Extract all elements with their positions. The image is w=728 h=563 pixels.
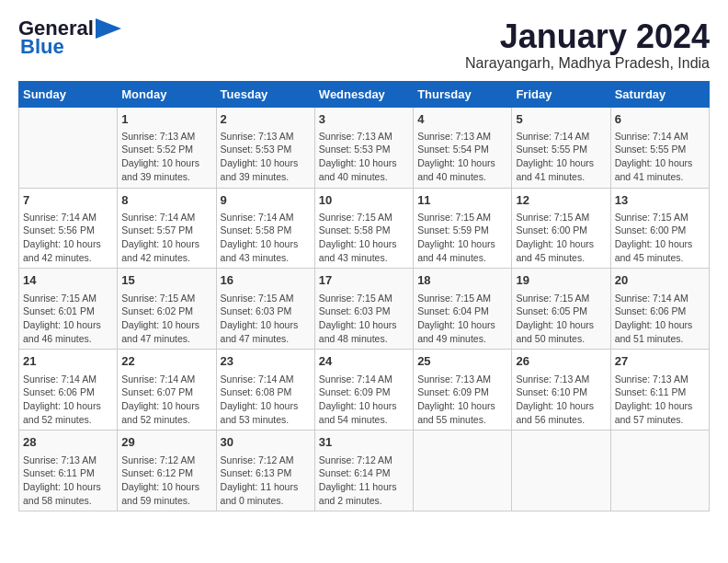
day-number: 12 bbox=[516, 192, 606, 209]
calendar-cell: 2Sunrise: 7:13 AM Sunset: 5:53 PM Daylig… bbox=[216, 107, 314, 188]
day-number: 8 bbox=[121, 192, 211, 209]
calendar-cell: 6Sunrise: 7:14 AM Sunset: 5:55 PM Daylig… bbox=[610, 107, 709, 188]
day-number: 4 bbox=[417, 111, 507, 128]
day-info: Sunrise: 7:15 AM Sunset: 6:01 PM Dayligh… bbox=[23, 292, 113, 346]
day-number: 25 bbox=[417, 353, 507, 370]
day-info: Sunrise: 7:14 AM Sunset: 6:06 PM Dayligh… bbox=[23, 373, 113, 427]
day-info: Sunrise: 7:12 AM Sunset: 6:14 PM Dayligh… bbox=[319, 454, 409, 508]
calendar-cell: 15Sunrise: 7:15 AM Sunset: 6:02 PM Dayli… bbox=[118, 269, 216, 350]
day-info: Sunrise: 7:14 AM Sunset: 5:58 PM Dayligh… bbox=[221, 211, 311, 265]
day-number: 31 bbox=[319, 434, 409, 451]
day-number: 16 bbox=[221, 272, 311, 289]
calendar-cell bbox=[610, 431, 709, 511]
day-number: 21 bbox=[23, 353, 113, 370]
day-info: Sunrise: 7:15 AM Sunset: 6:05 PM Dayligh… bbox=[516, 292, 606, 346]
day-info: Sunrise: 7:14 AM Sunset: 6:06 PM Dayligh… bbox=[615, 292, 705, 346]
calendar-cell: 10Sunrise: 7:15 AM Sunset: 5:58 PM Dayli… bbox=[314, 188, 413, 269]
day-info: Sunrise: 7:15 AM Sunset: 5:58 PM Dayligh… bbox=[319, 211, 409, 265]
calendar-cell: 20Sunrise: 7:14 AM Sunset: 6:06 PM Dayli… bbox=[610, 269, 709, 350]
day-info: Sunrise: 7:13 AM Sunset: 5:52 PM Dayligh… bbox=[121, 130, 211, 184]
logo: General Blue bbox=[18, 18, 121, 57]
day-info: Sunrise: 7:15 AM Sunset: 6:03 PM Dayligh… bbox=[319, 292, 409, 346]
day-number: 20 bbox=[615, 272, 705, 289]
day-info: Sunrise: 7:13 AM Sunset: 6:09 PM Dayligh… bbox=[417, 373, 507, 427]
day-info: Sunrise: 7:15 AM Sunset: 5:59 PM Dayligh… bbox=[417, 211, 507, 265]
calendar-cell bbox=[512, 431, 610, 511]
calendar-cell: 21Sunrise: 7:14 AM Sunset: 6:06 PM Dayli… bbox=[19, 350, 118, 431]
day-info: Sunrise: 7:15 AM Sunset: 6:03 PM Dayligh… bbox=[221, 292, 311, 346]
day-info: Sunrise: 7:12 AM Sunset: 6:12 PM Dayligh… bbox=[121, 454, 211, 508]
day-info: Sunrise: 7:13 AM Sunset: 5:53 PM Dayligh… bbox=[221, 130, 311, 184]
calendar-cell: 9Sunrise: 7:14 AM Sunset: 5:58 PM Daylig… bbox=[216, 188, 314, 269]
day-info: Sunrise: 7:14 AM Sunset: 6:08 PM Dayligh… bbox=[221, 373, 311, 427]
title-section: January 2024 Narayangarh, Madhya Pradesh… bbox=[465, 18, 710, 72]
calendar-cell bbox=[19, 107, 118, 188]
page-header: General Blue January 2024 Narayangarh, M… bbox=[18, 18, 710, 72]
day-info: Sunrise: 7:13 AM Sunset: 6:10 PM Dayligh… bbox=[516, 373, 606, 427]
day-number: 3 bbox=[319, 111, 409, 128]
day-number: 18 bbox=[417, 272, 507, 289]
day-info: Sunrise: 7:15 AM Sunset: 6:04 PM Dayligh… bbox=[417, 292, 507, 346]
calendar-cell: 26Sunrise: 7:13 AM Sunset: 6:10 PM Dayli… bbox=[512, 350, 610, 431]
day-number: 30 bbox=[221, 434, 311, 451]
day-number: 1 bbox=[121, 111, 211, 128]
page-subtitle: Narayangarh, Madhya Pradesh, India bbox=[465, 55, 710, 72]
weekday-header: Thursday bbox=[414, 81, 512, 107]
day-info: Sunrise: 7:14 AM Sunset: 6:09 PM Dayligh… bbox=[319, 373, 409, 427]
calendar-cell: 11Sunrise: 7:15 AM Sunset: 5:59 PM Dayli… bbox=[414, 188, 512, 269]
calendar-cell: 12Sunrise: 7:15 AM Sunset: 6:00 PM Dayli… bbox=[512, 188, 610, 269]
day-info: Sunrise: 7:14 AM Sunset: 6:07 PM Dayligh… bbox=[121, 373, 211, 427]
calendar-cell: 19Sunrise: 7:15 AM Sunset: 6:05 PM Dayli… bbox=[512, 269, 610, 350]
calendar-cell: 7Sunrise: 7:14 AM Sunset: 5:56 PM Daylig… bbox=[19, 188, 118, 269]
logo-arrow-icon bbox=[96, 18, 121, 39]
calendar-cell: 14Sunrise: 7:15 AM Sunset: 6:01 PM Dayli… bbox=[19, 269, 118, 350]
calendar-cell: 24Sunrise: 7:14 AM Sunset: 6:09 PM Dayli… bbox=[314, 350, 413, 431]
weekday-header: Saturday bbox=[610, 81, 709, 107]
weekday-header: Tuesday bbox=[216, 81, 314, 107]
calendar-cell: 27Sunrise: 7:13 AM Sunset: 6:11 PM Dayli… bbox=[610, 350, 709, 431]
day-number: 2 bbox=[221, 111, 311, 128]
day-info: Sunrise: 7:12 AM Sunset: 6:13 PM Dayligh… bbox=[221, 454, 311, 508]
calendar-week-row: 14Sunrise: 7:15 AM Sunset: 6:01 PM Dayli… bbox=[19, 269, 710, 350]
calendar-week-row: 28Sunrise: 7:13 AM Sunset: 6:11 PM Dayli… bbox=[19, 431, 710, 511]
day-number: 13 bbox=[615, 192, 705, 209]
day-number: 29 bbox=[121, 434, 211, 451]
calendar-cell: 17Sunrise: 7:15 AM Sunset: 6:03 PM Dayli… bbox=[314, 269, 413, 350]
weekday-header: Wednesday bbox=[314, 81, 413, 107]
day-info: Sunrise: 7:13 AM Sunset: 5:54 PM Dayligh… bbox=[417, 130, 507, 184]
day-info: Sunrise: 7:13 AM Sunset: 5:53 PM Dayligh… bbox=[319, 130, 409, 184]
calendar-cell: 5Sunrise: 7:14 AM Sunset: 5:55 PM Daylig… bbox=[512, 107, 610, 188]
calendar-cell: 25Sunrise: 7:13 AM Sunset: 6:09 PM Dayli… bbox=[414, 350, 512, 431]
calendar-cell: 8Sunrise: 7:14 AM Sunset: 5:57 PM Daylig… bbox=[118, 188, 216, 269]
calendar-cell: 28Sunrise: 7:13 AM Sunset: 6:11 PM Dayli… bbox=[19, 431, 118, 511]
day-number: 27 bbox=[615, 353, 705, 370]
weekday-header: Monday bbox=[118, 81, 216, 107]
calendar-cell: 30Sunrise: 7:12 AM Sunset: 6:13 PM Dayli… bbox=[216, 431, 314, 511]
day-number: 5 bbox=[516, 111, 606, 128]
day-info: Sunrise: 7:15 AM Sunset: 6:00 PM Dayligh… bbox=[615, 211, 705, 265]
day-info: Sunrise: 7:15 AM Sunset: 6:00 PM Dayligh… bbox=[516, 211, 606, 265]
day-number: 7 bbox=[23, 192, 113, 209]
calendar-cell: 31Sunrise: 7:12 AM Sunset: 6:14 PM Dayli… bbox=[314, 431, 413, 511]
day-number: 23 bbox=[221, 353, 311, 370]
day-number: 22 bbox=[121, 353, 211, 370]
day-number: 14 bbox=[23, 272, 113, 289]
calendar-cell: 1Sunrise: 7:13 AM Sunset: 5:52 PM Daylig… bbox=[118, 107, 216, 188]
calendar-cell: 29Sunrise: 7:12 AM Sunset: 6:12 PM Dayli… bbox=[118, 431, 216, 511]
calendar-week-row: 7Sunrise: 7:14 AM Sunset: 5:56 PM Daylig… bbox=[19, 188, 710, 269]
day-number: 10 bbox=[319, 192, 409, 209]
day-info: Sunrise: 7:13 AM Sunset: 6:11 PM Dayligh… bbox=[615, 373, 705, 427]
day-number: 19 bbox=[516, 272, 606, 289]
day-info: Sunrise: 7:14 AM Sunset: 5:56 PM Dayligh… bbox=[23, 211, 113, 265]
page-title: January 2024 bbox=[465, 18, 710, 55]
day-info: Sunrise: 7:14 AM Sunset: 5:55 PM Dayligh… bbox=[615, 130, 705, 184]
logo-subtext: Blue bbox=[20, 37, 64, 57]
day-info: Sunrise: 7:14 AM Sunset: 5:57 PM Dayligh… bbox=[121, 211, 211, 265]
day-info: Sunrise: 7:13 AM Sunset: 6:11 PM Dayligh… bbox=[23, 454, 113, 508]
calendar-week-row: 21Sunrise: 7:14 AM Sunset: 6:06 PM Dayli… bbox=[19, 350, 710, 431]
calendar-table: SundayMondayTuesdayWednesdayThursdayFrid… bbox=[18, 81, 710, 512]
calendar-cell: 23Sunrise: 7:14 AM Sunset: 6:08 PM Dayli… bbox=[216, 350, 314, 431]
weekday-header: Sunday bbox=[19, 81, 118, 107]
day-info: Sunrise: 7:15 AM Sunset: 6:02 PM Dayligh… bbox=[121, 292, 211, 346]
day-number: 9 bbox=[221, 192, 311, 209]
